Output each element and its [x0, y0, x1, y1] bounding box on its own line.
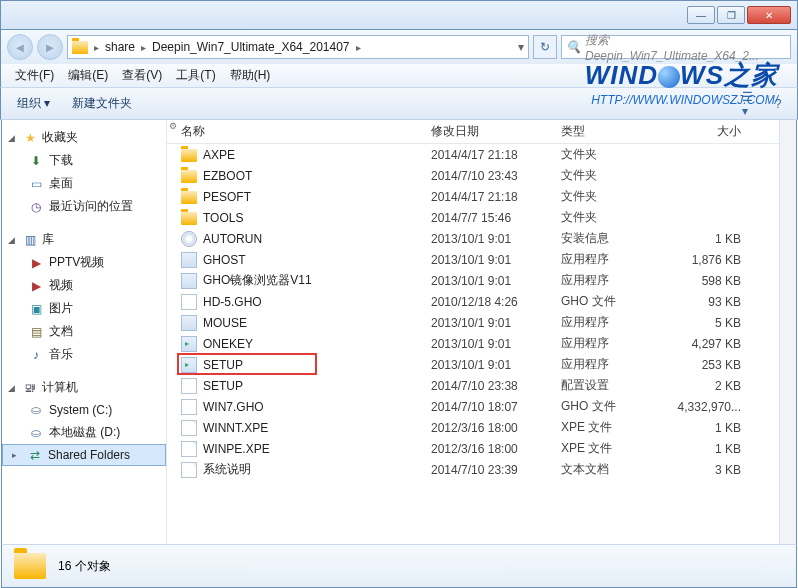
file-row[interactable]: AUTORUN2013/10/1 9:01安装信息1 KB — [167, 228, 796, 249]
file-row[interactable]: GHOST2013/10/1 9:01应用程序1,876 KB — [167, 249, 796, 270]
sidebar-label: 收藏夹 — [42, 129, 78, 146]
file-name: GHO镜像浏览器V11 — [203, 272, 312, 289]
new-folder-button[interactable]: 新建文件夹 — [64, 92, 140, 115]
file-row[interactable]: 系统说明2014/7/10 23:39文本文档3 KB — [167, 459, 796, 480]
chevron-right-icon: ▸ — [141, 42, 146, 53]
folder-icon — [181, 212, 197, 225]
sidebar-label: 计算机 — [42, 379, 78, 396]
file-row[interactable]: PESOFT2014/4/17 21:18文件夹 — [167, 186, 796, 207]
sidebar-item-documents[interactable]: ▤文档 — [2, 320, 166, 343]
menu-help[interactable]: 帮助(H) — [224, 65, 277, 86]
file-date: 2014/7/10 23:43 — [431, 169, 561, 183]
file-date: 2012/3/16 18:00 — [431, 442, 561, 456]
column-type[interactable]: 类型 — [561, 123, 671, 140]
file-type: 应用程序 — [561, 272, 671, 289]
sidebar-item-drive-d[interactable]: ⛀本地磁盘 (D:) — [2, 421, 166, 444]
file-size: 4,297 KB — [671, 337, 751, 351]
folder-icon — [181, 149, 197, 162]
sidebar-item-pictures[interactable]: ▣图片 — [2, 297, 166, 320]
menu-view[interactable]: 查看(V) — [116, 65, 168, 86]
sidebar-computer-header[interactable]: ◢ 🖳 计算机 — [2, 376, 166, 399]
sidebar-favorites-header[interactable]: ◢ ★ 收藏夹 — [2, 126, 166, 149]
setup-icon — [181, 336, 197, 352]
recent-icon: ◷ — [28, 199, 44, 215]
file-type: GHO 文件 — [561, 398, 671, 415]
close-button[interactable]: ✕ — [747, 6, 791, 24]
file-name: WIN7.GHO — [203, 400, 264, 414]
gho-icon — [181, 399, 197, 415]
refresh-button[interactable]: ↻ — [533, 35, 557, 59]
minimize-button[interactable]: — — [687, 6, 715, 24]
file-date: 2013/10/1 9:01 — [431, 337, 561, 351]
file-type: XPE 文件 — [561, 440, 671, 457]
menu-edit[interactable]: 编辑(E) — [62, 65, 114, 86]
sidebar-item-drive-c[interactable]: ⛀System (C:) — [2, 399, 166, 421]
file-type: 应用程序 — [561, 335, 671, 352]
chevron-right-icon: ▸ — [356, 42, 361, 53]
sidebar-label: 库 — [42, 231, 54, 248]
file-type: 文本文档 — [561, 461, 671, 478]
sidebar-libraries-header[interactable]: ◢ ▥ 库 — [2, 228, 166, 251]
file-row[interactable]: WINPE.XPE2012/3/16 18:00XPE 文件1 KB — [167, 438, 796, 459]
folder-icon — [181, 170, 197, 183]
file-row[interactable]: WIN7.GHO2014/7/10 18:07GHO 文件4,332,970..… — [167, 396, 796, 417]
file-list[interactable]: AXPE2014/4/17 21:18文件夹EZBOOT2014/7/10 23… — [167, 144, 796, 544]
file-list-pane: 名称 修改日期 类型 大小 AXPE2014/4/17 21:18文件夹EZBO… — [167, 120, 796, 544]
search-input[interactable]: 🔍 搜索 Deepin_Win7_Ultimate_X64_2... — [561, 35, 791, 59]
dropdown-icon[interactable]: ▾ — [518, 40, 524, 54]
sidebar-item-desktop[interactable]: ▭桌面 — [2, 172, 166, 195]
vertical-scrollbar[interactable] — [779, 120, 796, 544]
menu-file[interactable]: 文件(F) — [9, 65, 60, 86]
file-size: 4,332,970... — [671, 400, 751, 414]
file-row[interactable]: GHO镜像浏览器V112013/10/1 9:01应用程序598 KB — [167, 270, 796, 291]
library-icon: ▥ — [22, 232, 38, 248]
video-icon: ▶ — [28, 255, 44, 271]
file-row[interactable]: AXPE2014/4/17 21:18文件夹 — [167, 144, 796, 165]
desktop-icon: ▭ — [28, 176, 44, 192]
file-row[interactable]: ONEKEY2013/10/1 9:01应用程序4,297 KB — [167, 333, 796, 354]
file-row[interactable]: EZBOOT2014/7/10 23:43文件夹 — [167, 165, 796, 186]
view-mode-button[interactable]: ☰ ▾ — [741, 93, 763, 115]
column-size[interactable]: 大小 — [671, 123, 751, 140]
toolbar: 组织 ▾ 新建文件夹 ☰ ▾ ? — [0, 88, 798, 120]
file-row[interactable]: TOOLS2014/7/7 15:46文件夹 — [167, 207, 796, 228]
status-bar: 16 个对象 — [1, 544, 797, 588]
file-date: 2013/10/1 9:01 — [431, 274, 561, 288]
file-row[interactable]: HD-5.GHO2010/12/18 4:26GHO 文件93 KB — [167, 291, 796, 312]
sidebar-item-shared-folders[interactable]: ▸⇄Shared Folders — [2, 444, 166, 466]
file-row[interactable]: SETUP2014/7/10 23:38配置设置2 KB — [167, 375, 796, 396]
sidebar-item-videos[interactable]: ▶视频 — [2, 274, 166, 297]
column-headers: 名称 修改日期 类型 大小 — [167, 120, 796, 144]
organize-button[interactable]: 组织 ▾ — [9, 92, 58, 115]
column-date[interactable]: 修改日期 — [431, 123, 561, 140]
column-name[interactable]: 名称 — [181, 123, 431, 140]
address-bar[interactable]: ▸ share ▸ Deepin_Win7_Ultimate_X64_20140… — [67, 35, 529, 59]
breadcrumb-item[interactable]: share — [105, 40, 135, 54]
file-date: 2014/7/10 18:07 — [431, 400, 561, 414]
file-row[interactable]: MOUSE2013/10/1 9:01应用程序5 KB — [167, 312, 796, 333]
file-size: 5 KB — [671, 316, 751, 330]
menu-bar: 文件(F) 编辑(E) 查看(V) 工具(T) 帮助(H) — [0, 64, 798, 88]
sidebar-item-recent[interactable]: ◷最近访问的位置 — [2, 195, 166, 218]
file-date: 2014/7/10 23:38 — [431, 379, 561, 393]
computer-icon: 🖳 — [22, 380, 38, 396]
menu-tools[interactable]: 工具(T) — [170, 65, 221, 86]
sidebar-item-pptv[interactable]: ▶PPTV视频 — [2, 251, 166, 274]
file-date: 2012/3/16 18:00 — [431, 421, 561, 435]
sidebar-item-music[interactable]: ♪音乐 — [2, 343, 166, 366]
file-name: WINNT.XPE — [203, 421, 268, 435]
music-icon: ♪ — [28, 347, 44, 363]
file-size: 1 KB — [671, 442, 751, 456]
maximize-button[interactable]: ❐ — [717, 6, 745, 24]
file-type: 文件夹 — [561, 167, 671, 184]
nav-back-button[interactable]: ◄ — [7, 34, 33, 60]
file-icon — [181, 420, 197, 436]
help-button[interactable]: ? — [767, 93, 789, 115]
drive-icon: ⛀ — [28, 425, 44, 441]
file-row[interactable]: WINNT.XPE2012/3/16 18:00XPE 文件1 KB — [167, 417, 796, 438]
file-row[interactable]: SETUP2013/10/1 9:01应用程序253 KB — [167, 354, 796, 375]
sidebar-item-downloads[interactable]: ⬇下载 — [2, 149, 166, 172]
nav-forward-button[interactable]: ► — [37, 34, 63, 60]
network-folder-icon: ⇄ — [27, 447, 43, 463]
breadcrumb-item[interactable]: Deepin_Win7_Ultimate_X64_201407 — [152, 40, 349, 54]
